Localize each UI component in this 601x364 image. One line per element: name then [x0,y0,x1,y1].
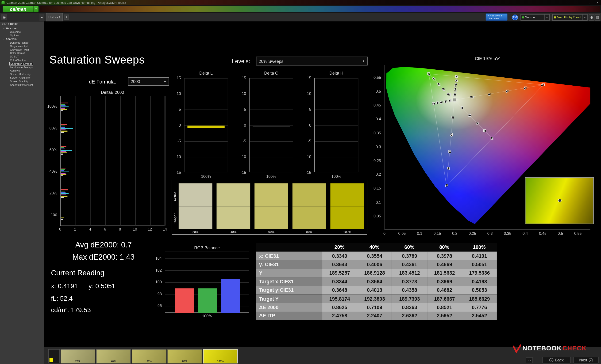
display-settings-icon[interactable]: ▦ [595,14,600,21]
tick-label: 0.15 [373,186,381,191]
de-formula-dropdown[interactable]: 2000 ▼ [128,77,169,86]
measurement-marker [440,101,442,104]
sidebar-item-saturation-sweeps[interactable]: Saturation Sweeps [0,62,44,66]
source-status-icon [522,16,524,18]
measurement-marker [449,151,451,154]
minimize-button[interactable]: – [579,0,586,5]
table-cell: 0.3789 [392,252,427,260]
tab-history-1[interactable]: History 1 [46,13,63,22]
bar-blue [61,105,66,106]
table-row-label: Target x:CIE31 [256,277,322,286]
pattern-thumbnail-80[interactable]: 80% [167,349,202,363]
tick-label: 0 [244,123,246,127]
tick-label: 0.25 [469,231,476,235]
sidebar-item-screen-stability[interactable]: Screen Stability [0,79,44,83]
cie-y-axis: 0.550.50.450.40.350.30.250.20.150.10.05 [367,65,382,230]
back-button[interactable]: « Back [542,357,571,364]
sidebar-item-colorchecker[interactable]: ColorChecker [0,58,44,62]
sidebar-item-spectral-power-dist[interactable]: Spectral Power Dist. [0,83,44,86]
table-header-cell: 60% [392,243,427,252]
calman-menu-button[interactable]: calman ▼ [3,6,39,12]
sidebar-item-screen-angularity[interactable]: Screen Angularity [0,76,44,79]
bar-blue [61,192,66,193]
sidebar-item-dynamic-range[interactable]: Dynamic Range [0,41,44,44]
measurement-marker [444,101,447,103]
pattern-thumbnail-40[interactable]: 40% [96,349,131,363]
gridline [120,96,121,226]
bar-chroma [253,125,290,127]
table-cell: 0.4191 [462,252,497,260]
sidebar-group-welcome[interactable]: ▾Welcome [0,27,44,30]
source-label: Source [525,16,535,19]
pattern-thumbnail-label: 40% [97,360,130,363]
next-button[interactable]: Next » [573,357,599,364]
table-cell: 2.5452 [462,312,497,320]
sidebar-item-grayscale-multi[interactable]: Grayscale - Multi [0,48,44,51]
gear-icon[interactable]: ⚙ [589,14,594,21]
sidebar-item-color-gamut[interactable]: Color Gamut [0,51,44,55]
pattern-window-thumbnail[interactable] [48,349,60,363]
add-tab-button[interactable]: + [64,15,69,19]
tick-label: 8 [119,227,121,231]
sidebar-item-welcome[interactable]: Welcome [0,30,44,34]
close-button[interactable]: ✕ [594,0,601,5]
sidebar-group-analysis[interactable]: ▾Analysis [0,37,44,41]
tick-label: 80% [50,126,57,130]
table-cell: 2.2407 [357,312,392,320]
tick-label: 100 [155,280,162,284]
max-de2000: Max dE2000: 1.43 [50,253,157,262]
workflow-title[interactable]: SDR Toolkit [0,21,44,27]
sidebar-item-label: Grayscale - Multi [10,48,29,51]
reading-count-badge[interactable]: 237 [512,15,518,20]
sidebar-item-additivity[interactable]: Additivity [0,69,44,72]
tick-label: -10 [241,154,246,159]
table-cell: 0.3554 [357,252,392,260]
bar-white [61,175,63,176]
gridline [135,96,136,226]
sidebar-item-label: ColorChecker [10,59,26,61]
table-cell: 2.4758 [322,312,357,320]
bar-red [61,189,68,190]
sidebar-item-grayscale-2pt[interactable]: Grayscale - 2pt [0,44,44,48]
eye-icon[interactable]: ◉ [1,14,7,20]
maximize-button[interactable]: ▢ [586,0,594,5]
bar-magenta [61,151,66,152]
meter-button[interactable]: X-Rite i1Pro 2 Direct View [486,13,508,21]
sidebar-item-3d-lut[interactable]: 3D LUT [0,55,44,58]
sidebar-item-options[interactable]: Options [0,34,44,37]
display-control-label: Direct Display Control [557,16,581,19]
table-cell: 2.6362 [392,312,427,320]
chart-title-delta-c: Delta C [249,71,293,76]
bar-magenta [61,129,66,130]
table-cell: 0.4193 [462,277,497,286]
source-dropdown[interactable]: Source ▼ [521,14,550,21]
table-row-label: ΔE 2000 [256,303,322,312]
gridline [184,172,228,173]
swatch-divider [216,206,250,207]
bar-green [61,104,65,105]
tick-label: 100% [47,104,57,109]
table-cell: 0.7109 [357,303,392,312]
bar-cyan [61,193,69,194]
notebookcheck-watermark: NOTEBOOK CHECK [512,344,586,353]
table-cell: 181.5632 [427,269,462,278]
bar-yellow [61,131,67,132]
sidebar-item-luminance-sweeps[interactable]: Luminance Sweeps [0,66,44,69]
pattern-display-icon[interactable]: ▭ [526,357,533,363]
pattern-thumbnail-20[interactable]: 20% [60,349,95,363]
target-row-label: Target [173,208,177,229]
pattern-thumbnail-60[interactable]: 60% [132,349,166,363]
pattern-thumbnail-100[interactable]: 100% [203,349,238,363]
measurement-marker [470,96,472,98]
display-control-dropdown[interactable]: Direct Display Control ▼ [552,14,588,21]
current-y: y: 0.5051 [89,283,115,290]
levels-dropdown[interactable]: 20% Sweeps ▼ [256,57,368,66]
sidebar-item-screen-uniformity[interactable]: Screen Uniformity [0,72,44,76]
sidebar-collapse-button[interactable]: ◄ [40,14,44,21]
table-cell: 189.7393 [392,294,427,303]
tick-label: 5 [309,107,311,112]
swatch-divider [330,206,364,207]
tick-label: 60% [50,148,57,152]
swatch-column: 20% [179,183,212,234]
bar-green [61,191,65,192]
